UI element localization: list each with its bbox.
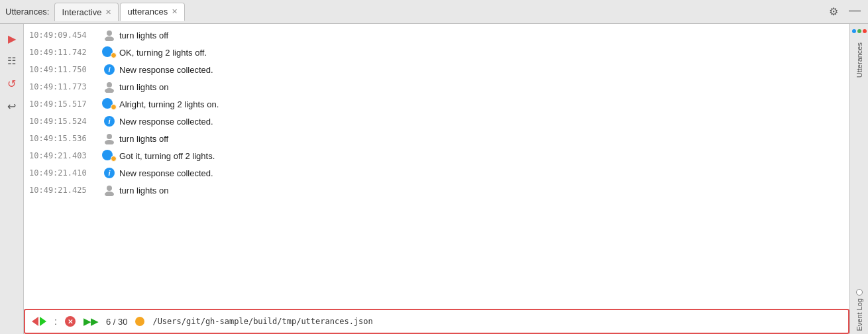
status-dot-icon: [135, 317, 144, 326]
log-time: 10:49:11.773: [29, 82, 102, 91]
svg-point-4: [107, 134, 112, 139]
user-icon: [102, 131, 117, 146]
info-icon: i: [102, 62, 117, 77]
log-time: 10:49:21.410: [29, 168, 102, 178]
log-time: 10:49:15.524: [29, 117, 102, 126]
log-row: 10:49:15.517 Alright, turning 2 lights o…: [24, 95, 849, 113]
file-path: /Users/git/gh-sample/build/tmp/utterance…: [152, 317, 372, 326]
list-sidebar-icon[interactable]: ☷: [3, 52, 21, 70]
log-text: turn lights off: [119, 30, 168, 40]
log-time: 10:49:09.454: [29, 30, 102, 40]
settings-button[interactable]: ⚙: [826, 4, 841, 20]
info-icon: i: [102, 166, 117, 180]
play-sidebar-icon[interactable]: ▶: [3, 29, 21, 48]
tab-bar-actions: ⚙ —: [826, 4, 863, 20]
svg-point-1: [105, 36, 114, 41]
svg-point-7: [105, 192, 114, 196]
log-time: 10:49:21.425: [29, 186, 102, 195]
status-dots: [852, 29, 867, 33]
log-row: 10:49:15.536 turn lights off: [24, 130, 849, 147]
tab-utterances[interactable]: utterances ✕: [120, 3, 185, 21]
svg-point-2: [107, 82, 112, 87]
stop-button[interactable]: ✕: [65, 316, 76, 327]
status-bar: : ✕ ▶▶ 6 / 30 /Users/git/gh-sample/build…: [24, 309, 849, 334]
event-log-area: Event Log: [850, 286, 868, 334]
log-list[interactable]: 10:49:09.454 turn lights off 10:49:11.74…: [24, 24, 849, 309]
minimize-button[interactable]: —: [847, 4, 863, 20]
undo-sidebar-icon[interactable]: ↩: [3, 97, 21, 115]
utterances-label: Utterances:: [5, 7, 49, 17]
svg-point-3: [105, 88, 114, 93]
diamond-icons: [32, 317, 46, 326]
assistant-icon: [102, 45, 117, 60]
red-dot-icon: [863, 29, 867, 33]
log-text: turn lights on: [119, 82, 168, 92]
svg-point-0: [107, 30, 112, 36]
log-row: 10:49:11.750 i New response collected.: [24, 61, 849, 78]
tab-interactive-close[interactable]: ✕: [105, 8, 111, 17]
log-row: 10:49:11.773 turn lights on: [24, 78, 849, 95]
log-row: 10:49:21.403 Got it, turning off 2 light…: [24, 147, 849, 164]
blue-dot-icon: [852, 29, 856, 33]
event-log-label: Event Log: [855, 298, 863, 331]
colon-separator: :: [54, 316, 57, 327]
log-text: turn lights off: [119, 134, 168, 144]
log-time: 10:49:11.742: [29, 48, 102, 57]
assistant-icon: [102, 97, 117, 111]
tab-interactive[interactable]: Interactive ✕: [54, 3, 119, 21]
main-layout: ▶ ☷ ↺ ↩ 10:49:09.454 turn lights off 10:: [0, 24, 868, 334]
right-panel-top: Utterances: [850, 24, 868, 87]
utterances-tab-label[interactable]: Utterances: [854, 38, 865, 82]
log-text: New response collected.: [119, 117, 213, 127]
utterance-count: 6 / 30: [106, 317, 128, 327]
log-row: 10:49:21.410 i New response collected.: [24, 164, 849, 182]
log-time: 10:49:21.403: [29, 151, 102, 160]
user-icon: [102, 183, 117, 197]
log-time: 10:49:11.750: [29, 65, 102, 74]
user-icon: [102, 28, 117, 42]
log-text: OK, turning 2 lights off.: [119, 48, 207, 58]
refresh-sidebar-icon[interactable]: ↺: [3, 74, 21, 93]
user-icon: [102, 80, 117, 94]
log-text: New response collected.: [119, 65, 213, 75]
log-time: 10:49:15.536: [29, 134, 102, 143]
tab-utterances-label: utterances: [127, 7, 168, 17]
assistant-icon: [102, 148, 117, 163]
log-text: Alright, turning 2 lights on.: [119, 99, 219, 109]
log-text: New response collected.: [119, 168, 213, 178]
green-dot-icon: [857, 29, 861, 33]
log-row: 10:49:15.524 i New response collected.: [24, 113, 849, 130]
left-sidebar: ▶ ☷ ↺ ↩: [0, 24, 24, 334]
info-icon: i: [102, 114, 117, 129]
log-time: 10:49:15.517: [29, 99, 102, 109]
fast-forward-button[interactable]: ▶▶: [83, 316, 98, 327]
tab-bar: Utterances: Interactive ✕ utterances ✕ ⚙…: [0, 0, 868, 24]
log-row: 10:49:09.454 turn lights off: [24, 27, 849, 44]
diamond-right-icon: [40, 317, 46, 326]
radio-button[interactable]: [856, 289, 863, 296]
svg-point-5: [105, 140, 114, 144]
log-row: 10:49:11.742 OK, turning 2 lights off.: [24, 44, 849, 61]
log-text: Got it, turning off 2 lights.: [119, 151, 215, 161]
tab-interactive-label: Interactive: [62, 7, 101, 17]
content-area: 10:49:09.454 turn lights off 10:49:11.74…: [24, 24, 849, 334]
diamond-left-icon: [32, 317, 38, 326]
svg-point-6: [107, 186, 112, 191]
tab-utterances-close[interactable]: ✕: [172, 7, 178, 16]
right-panel: Utterances Event Log: [849, 24, 868, 334]
log-row: 10:49:21.425 turn lights on: [24, 182, 849, 199]
log-text: turn lights on: [119, 186, 168, 195]
